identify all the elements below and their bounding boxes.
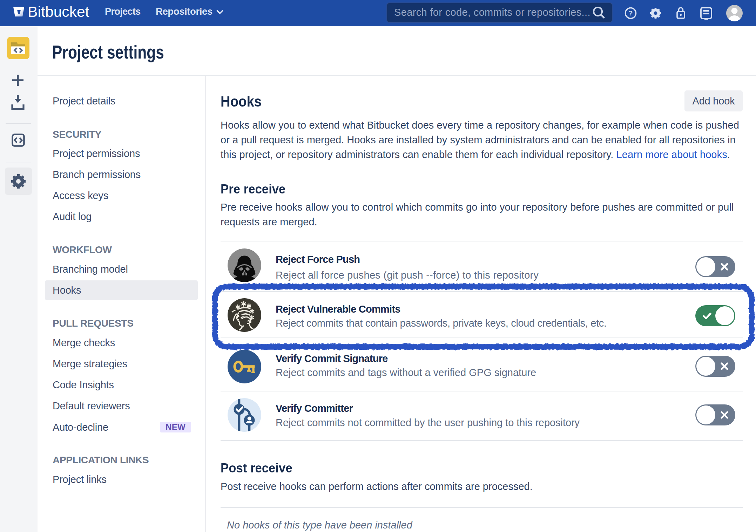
svg-text:?: ? <box>629 9 633 17</box>
